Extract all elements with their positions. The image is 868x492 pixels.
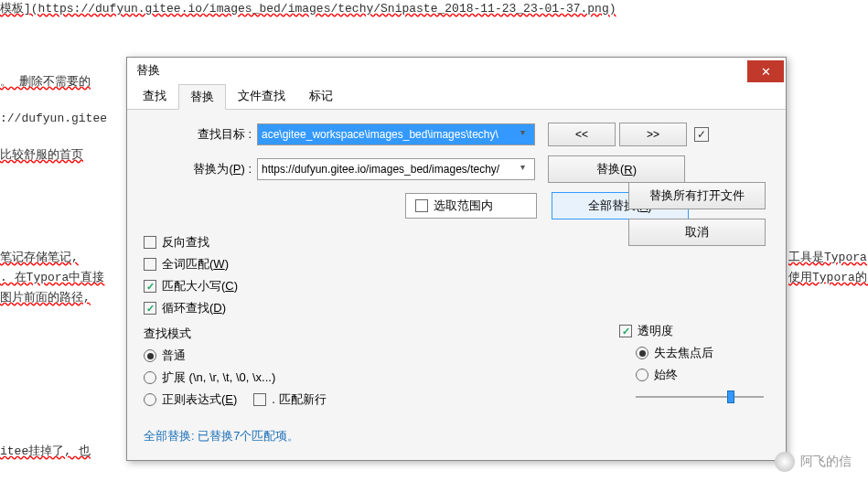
- in-selection-wrap: 选取范围内: [405, 193, 537, 219]
- dialog-title: 替换: [136, 62, 747, 79]
- replace-input[interactable]: [257, 158, 535, 180]
- trans-blur-radio[interactable]: [636, 347, 648, 359]
- trans-always-radio[interactable]: [636, 369, 648, 381]
- mode-regex-radio[interactable]: [144, 393, 156, 406]
- close-button[interactable]: ✕: [747, 60, 784, 82]
- chevron-down-icon[interactable]: ▾: [520, 127, 533, 140]
- cancel-button[interactable]: 取消: [628, 219, 766, 246]
- replace-button[interactable]: 替换(R): [548, 155, 685, 183]
- tab-find-in-files[interactable]: 文件查找: [226, 83, 297, 109]
- match-case-checkbox[interactable]: [144, 280, 156, 293]
- close-icon: ✕: [761, 65, 771, 79]
- wrap-checkbox[interactable]: [694, 127, 709, 142]
- replace-label: 替换为(P) :: [144, 161, 257, 177]
- tab-replace[interactable]: 替换: [178, 84, 226, 110]
- mode-extended-radio[interactable]: [144, 371, 156, 384]
- find-input[interactable]: [257, 123, 535, 145]
- wechat-icon: [775, 452, 795, 472]
- tab-mark[interactable]: 标记: [297, 83, 345, 109]
- in-selection-label: 选取范围内: [434, 198, 493, 214]
- status-bar: 全部替换: 已替换7个匹配项。: [144, 428, 381, 444]
- in-selection-checkbox[interactable]: [415, 199, 428, 212]
- chevron-down-icon[interactable]: ▾: [520, 162, 533, 175]
- transparency-group: 透明度 失去焦点后 始终: [619, 323, 766, 405]
- transparency-slider[interactable]: [636, 389, 764, 405]
- titlebar[interactable]: 替换 ✕: [127, 58, 786, 83]
- watermark: 阿飞的信: [775, 452, 852, 472]
- find-prev-button[interactable]: <<: [548, 123, 616, 146]
- transparency-checkbox[interactable]: [619, 325, 632, 337]
- replace-open-files-button[interactable]: 替换所有打开文件: [628, 182, 766, 209]
- dialog-content: 查找目标 : ▾ << >> 替换为(P) : ▾ 替换(R): [127, 110, 786, 457]
- loop-checkbox[interactable]: [144, 302, 156, 315]
- whole-word-checkbox[interactable]: [144, 258, 156, 271]
- button-column: 替换所有打开文件 取消: [628, 182, 766, 255]
- tab-find[interactable]: 查找: [131, 83, 178, 109]
- reverse-checkbox[interactable]: [144, 236, 156, 249]
- tabs: 查找 替换 文件查找 标记: [127, 83, 786, 110]
- mode-normal-radio[interactable]: [144, 349, 156, 362]
- find-label: 查找目标 :: [144, 126, 257, 143]
- replace-dialog: 替换 ✕ 查找 替换 文件查找 标记 查找目标 : ▾ << >> 替换为(P)…: [126, 57, 787, 461]
- dot-newline-checkbox[interactable]: [253, 393, 266, 406]
- search-mode-label: 查找模式: [144, 326, 381, 342]
- find-next-button[interactable]: >>: [619, 123, 687, 146]
